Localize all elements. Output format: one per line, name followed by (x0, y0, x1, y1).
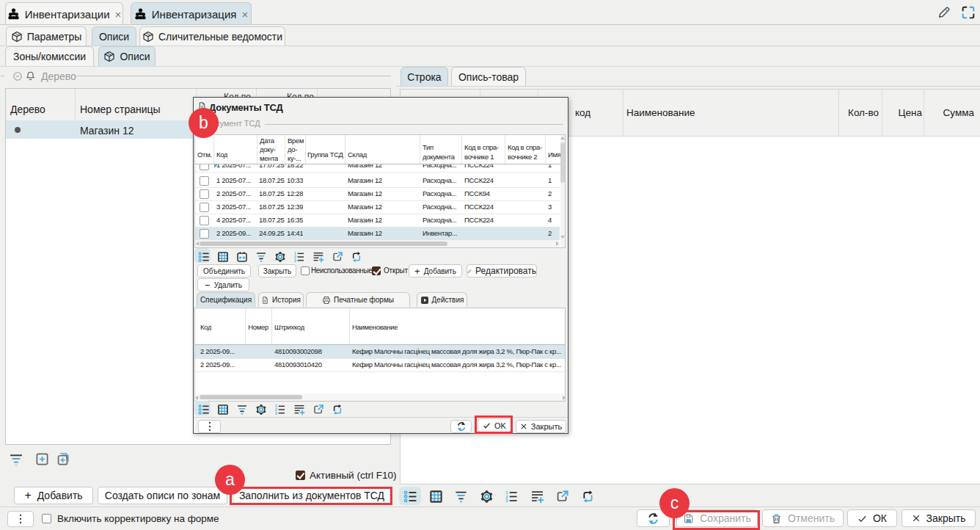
svg-text:3: 3 (275, 411, 277, 415)
svg-text:3: 3 (294, 258, 296, 263)
svg-text:3: 3 (505, 498, 508, 503)
